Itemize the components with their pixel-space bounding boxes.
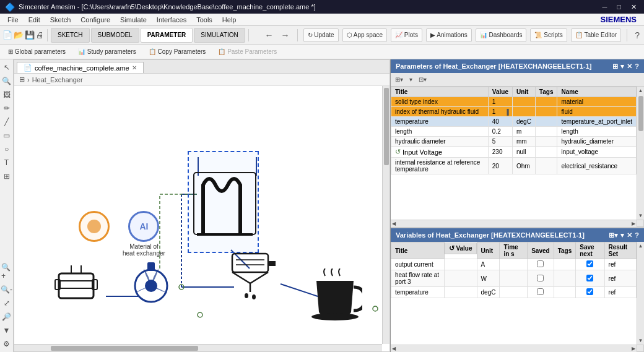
tool-zoom[interactable]: 🔍 (1, 75, 12, 87)
tool-image[interactable]: 🖼 (2, 89, 12, 100)
vars-hscroll-left[interactable]: ◀ (392, 346, 396, 351)
row-value-5[interactable]: 230 (488, 147, 512, 158)
tab-submodel[interactable]: SUBMODEL (91, 28, 139, 43)
menu-edit[interactable]: Edit (24, 16, 45, 24)
table-row[interactable]: hydraulic diameter 5 mm hydraulic_diamet… (391, 137, 637, 147)
paste-params-button[interactable]: 📋 Paste Parameters (212, 46, 282, 57)
component-water[interactable] (79, 211, 110, 243)
component-cup[interactable] (308, 268, 362, 323)
params-table-container[interactable]: Title Value Unit Tags Name solid type in… (391, 87, 637, 220)
var-saved-1[interactable] (528, 270, 554, 287)
tab-simulation[interactable]: SIMULATION (194, 28, 245, 43)
plots-button[interactable]: 📈 Plots (391, 28, 422, 42)
saved-checkbox-0[interactable] (537, 260, 544, 267)
open-icon[interactable]: 📂 (14, 30, 24, 40)
animations-button[interactable]: ▶ Animations (426, 28, 472, 42)
canvas-hscroll[interactable] (14, 344, 382, 351)
help-icon[interactable]: ? (633, 30, 642, 40)
print-icon[interactable]: 🖨 (36, 30, 44, 40)
hscroll-right[interactable]: ▶ (632, 221, 635, 226)
new-icon[interactable]: 📄 (2, 30, 12, 40)
tool-circle[interactable]: ○ (3, 144, 10, 155)
menu-simulate[interactable]: Simulate (115, 16, 152, 24)
component-pump[interactable] (129, 262, 173, 307)
tool-settings2[interactable]: ⚙ (2, 338, 11, 350)
params-hscroll[interactable]: ◀ ▶ (391, 220, 637, 227)
table-row[interactable]: heat flow rate at port 3 W ref (391, 270, 637, 287)
vars-scroll-down[interactable]: ▼ (638, 338, 643, 343)
canvas-tab-main[interactable]: 📄 coffee_machine_complete.ame ✕ (17, 62, 144, 73)
vars-scroll-up[interactable]: ▲ (638, 243, 643, 249)
menu-configure[interactable]: Configure (76, 16, 115, 24)
minimize-button[interactable]: ─ (600, 3, 610, 11)
tab-parameter[interactable]: PARAMETER (141, 28, 193, 43)
tool-filter[interactable]: ▼ (2, 325, 12, 336)
table-row[interactable]: temperature 40 degC temperature_at_port_… (391, 117, 637, 127)
table-editor-button[interactable]: 📋 Table Editor (571, 28, 621, 42)
params-close-icon[interactable]: ✕ (627, 62, 632, 71)
menu-sketch[interactable]: Sketch (45, 16, 76, 24)
params-help-icon[interactable]: ? (635, 62, 639, 71)
saved-checkbox-2[interactable] (537, 288, 544, 295)
menu-help[interactable]: Help (217, 16, 242, 24)
var-saved-0[interactable] (528, 259, 554, 270)
vars-hscroll-right[interactable]: ▶ (632, 346, 635, 351)
row-value-2[interactable]: 40 (488, 117, 512, 127)
component-heat-exchanger[interactable] (191, 154, 259, 250)
canvas-tab-close-button[interactable]: ✕ (132, 64, 137, 71)
tool-search[interactable]: 🔎 (1, 311, 12, 322)
hscroll-left[interactable]: ◀ (392, 221, 396, 226)
params-copy-icon[interactable]: ⊞ (612, 62, 618, 71)
scroll-up-arrow[interactable]: ▲ (638, 88, 643, 93)
scroll-down-arrow[interactable]: ▼ (638, 213, 643, 218)
study-params-button[interactable]: 📊 Study parameters (72, 46, 142, 57)
tool-pen[interactable]: ✏ (2, 103, 11, 114)
row-value-4[interactable]: 5 (488, 137, 512, 147)
scripts-button[interactable]: 📜 Scripts (530, 28, 567, 42)
tab-sketch[interactable]: SKETCH (51, 28, 90, 43)
tool-zoom-out[interactable]: 🔍- (0, 284, 14, 295)
vars-hscroll[interactable]: ◀ ▶ (391, 345, 637, 352)
vars-table-container[interactable]: Title ↺ Value Unit Time in s Saved Tags … (391, 242, 637, 345)
breadcrumb-item-heat-exchanger[interactable]: Heat_Exchanger (32, 76, 83, 84)
copy-params-button[interactable]: 📋 Copy Parameters (143, 46, 212, 57)
tool-zoom-in[interactable]: 🔍+ (0, 262, 13, 281)
global-params-button[interactable]: ⊞ Global parameters (2, 46, 71, 57)
canvas-vscroll[interactable] (382, 86, 389, 344)
savenext-checkbox-0[interactable] (586, 260, 593, 267)
vars-settings-icon[interactable]: ▾ (620, 231, 624, 239)
table-row[interactable]: index of thermal hydraulic fluid 1 ▌ flu… (391, 107, 637, 117)
params-tool-copy[interactable]: ⊞▾ (393, 76, 405, 83)
close-window-button[interactable]: ✕ (629, 3, 639, 11)
table-row[interactable]: output current A ref (391, 259, 637, 270)
savenext-checkbox-2[interactable] (586, 288, 593, 295)
component-boiler[interactable] (54, 262, 98, 307)
saved-checkbox-1[interactable] (537, 275, 544, 281)
maximize-button[interactable]: □ (614, 3, 624, 11)
table-row[interactable]: temperature degC ref (391, 287, 637, 298)
table-row[interactable]: ↺ Input Voltage 230 null input_voltage (391, 147, 637, 158)
row-value-3[interactable]: 0.2 (488, 127, 512, 137)
nav-back-button[interactable]: ← (263, 30, 276, 40)
vars-vscroll[interactable]: ▲ ▼ (637, 242, 644, 345)
table-row[interactable]: internal resistance at reference tempera… (391, 158, 637, 174)
tool-rect[interactable]: ▭ (2, 130, 11, 141)
vars-copy-icon[interactable]: ⊞▾ (609, 231, 618, 239)
savenext-checkbox-1[interactable] (586, 275, 593, 281)
menu-interfaces[interactable]: Interfaces (152, 16, 191, 24)
tool-text[interactable]: T (3, 157, 10, 168)
app-space-button[interactable]: ⬡ App space (342, 28, 387, 42)
component-valve[interactable] (225, 250, 276, 301)
var-saved-2[interactable] (528, 287, 554, 298)
params-vscroll[interactable]: ▲ ▼ (637, 87, 644, 220)
var-savenext-0[interactable] (576, 259, 604, 270)
tool-line[interactable]: ╱ (3, 116, 10, 127)
save-icon[interactable]: 💾 (25, 30, 35, 40)
breadcrumb-home-icon[interactable]: ⊞ (19, 75, 25, 84)
component-material[interactable]: AI Material ofheat exchanger (123, 211, 165, 257)
row-value-6[interactable]: 20 (488, 158, 512, 174)
table-row[interactable]: length 0.2 m length (391, 127, 637, 137)
table-row[interactable]: solid type index 1 material (391, 97, 637, 107)
params-tool-filter[interactable]: ⊡▾ (417, 76, 429, 83)
tool-cursor[interactable]: ↖ (2, 62, 11, 73)
